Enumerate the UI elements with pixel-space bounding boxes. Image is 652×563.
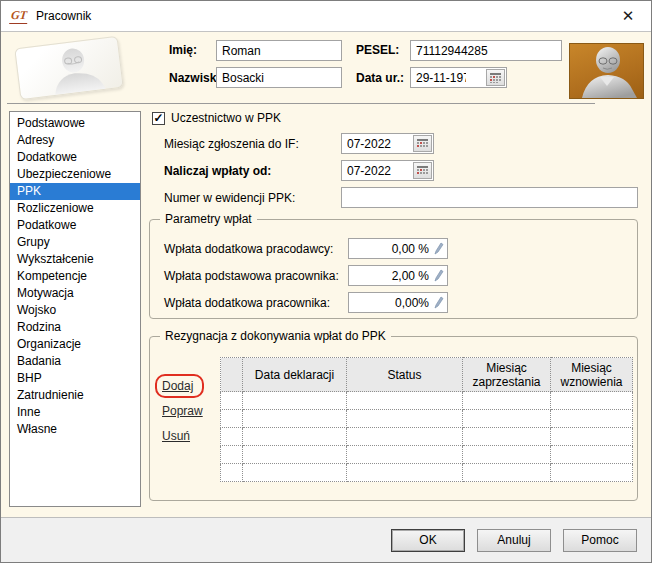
ppk-participation-checkbox[interactable]: ✓ [152,112,165,125]
calendar-icon[interactable] [486,69,505,86]
pencil-icon [433,296,444,309]
employee-extra-label: Wpłata dodatkowa pracownika: [164,296,330,310]
sidebar-item-badania[interactable]: Badania [10,353,140,370]
enrollment-month-field[interactable] [341,133,434,154]
sidebar-item-ubezpieczeniowe[interactable]: Ubezpieczeniowe [10,166,140,183]
employee-avatar [569,43,644,99]
pencil-icon [433,242,444,255]
avatar-person-icon [570,44,643,98]
resignation-group-title: Rezygnacja z dokonywania wpłat do PPK [160,329,391,343]
sidebar-item-podstawowe[interactable]: Podstawowe [10,115,140,132]
resignation-groupbox: Rezygnacja z dokonywania wpłat do PPK Do… [149,336,638,501]
pencil-icon [433,269,444,282]
sidebar-item-zatrudnienie[interactable]: Zatrudnienie [10,387,140,404]
employee-basic-label: Wpłata podstawowa pracownika: [164,269,339,283]
employee-basic-value: 2,00 % [392,269,429,283]
close-icon[interactable]: ✕ [613,3,643,29]
window-title: Pracownik [36,9,91,23]
first-name-field[interactable] [216,40,342,61]
calendar-icon[interactable] [413,162,432,179]
sidebar-item-wyksztalcenie[interactable]: Wykształcenie [10,251,140,268]
ppk-participation-row: ✓ Uczestnictwo w PPK [152,111,281,125]
header-empty [221,358,243,392]
resignation-table[interactable]: Data deklaracji Status Miesiąc zaprzesta… [220,357,633,482]
sidebar-item-inne[interactable]: Inne [10,404,140,421]
sidebar-item-organizacje[interactable]: Organizacje [10,336,140,353]
sidebar-item-kompetencje[interactable]: Kompetencje [10,268,140,285]
sidebar-item-grupy[interactable]: Grupy [10,234,140,251]
params-group-title: Parametry wpłat [160,212,257,226]
header-data-deklaracji: Data deklaracji [243,358,347,392]
birth-date-label: Data ur.: [356,71,404,85]
employer-extra-value: 0,00 % [392,242,429,256]
header-status: Status [347,358,463,392]
ppk-number-label: Numer w ewidencji PPK: [164,191,295,205]
edit-link[interactable]: Popraw [162,404,203,418]
ppk-participation-label: Uczestnictwo w PPK [171,111,281,125]
resignation-links: Dodaj Popraw Usuń [162,379,203,454]
employer-extra-field[interactable]: 0,00 % [348,238,448,259]
table-row[interactable] [221,464,633,482]
birth-date-input[interactable] [411,70,471,86]
pesel-label: PESEL: [356,43,399,57]
ok-button[interactable]: OK [391,529,465,552]
sidebar-item-adresy[interactable]: Adresy [10,132,140,149]
table-header-row: Data deklaracji Status Miesiąc zaprzesta… [221,358,633,392]
pesel-field[interactable] [410,40,562,61]
first-name-label: Imię: [169,43,197,57]
enrollment-month-label: Miesiąc zgłoszenia do IF: [164,137,299,151]
sidebar-item-motywacja[interactable]: Motywacja [10,285,140,302]
ppk-number-field[interactable] [341,187,638,208]
header-miesiac-wznowienia: Miesiąc wznowienia [551,358,633,392]
header-separator [7,103,595,104]
table-row[interactable] [221,428,633,446]
enrollment-month-input[interactable] [342,136,402,152]
table-row[interactable] [221,410,633,428]
charge-from-input[interactable] [342,163,402,179]
title-bar: GT Pracownik ✕ [1,1,651,32]
sidebar-item-rodzina[interactable]: Rodzina [10,319,140,336]
category-list: Podstawowe Adresy Dodatkowe Ubezpieczeni… [9,111,141,507]
sidebar-item-rozliczeniowe[interactable]: Rozliczeniowe [10,200,140,217]
employee-extra-field[interactable]: 0,00% [348,292,448,313]
button-bar: OK Anuluj Pomoc [1,517,651,562]
pracownik-dialog: GT Pracownik ✕ Imię: Nazwisko: PESEL: Da… [0,0,652,563]
last-name-field[interactable] [216,67,342,88]
charge-from-field[interactable] [341,160,434,181]
birth-date-field[interactable] [410,67,507,88]
sidebar-item-dodatkowe[interactable]: Dodatkowe [10,149,140,166]
employer-extra-label: Wpłata dodatkowa pracodawcy: [164,242,333,256]
table-row[interactable] [221,392,633,410]
header-miesiac-zaprzestania: Miesiąc zaprzestania [463,358,551,392]
app-logo-icon: GT [9,8,29,24]
table-row[interactable] [221,446,633,464]
card-person-icon [15,37,122,99]
sidebar-item-wojsko[interactable]: Wojsko [10,302,140,319]
calendar-icon[interactable] [413,135,432,152]
sidebar-item-bhp[interactable]: BHP [10,370,140,387]
sidebar-item-wlasne[interactable]: Własne [10,421,140,438]
cancel-button[interactable]: Anuluj [477,529,551,552]
employee-basic-field[interactable]: 2,00 % [348,265,448,286]
add-link[interactable]: Dodaj [162,379,193,393]
employee-extra-value: 0,00% [395,296,429,310]
employee-card-graphic [14,36,124,100]
charge-from-label: Naliczaj wpłaty od: [164,164,271,178]
delete-link[interactable]: Usuń [162,429,190,443]
sidebar-item-ppk[interactable]: PPK [10,183,140,200]
sidebar-item-podatkowe[interactable]: Podatkowe [10,217,140,234]
help-button[interactable]: Pomoc [563,529,637,552]
